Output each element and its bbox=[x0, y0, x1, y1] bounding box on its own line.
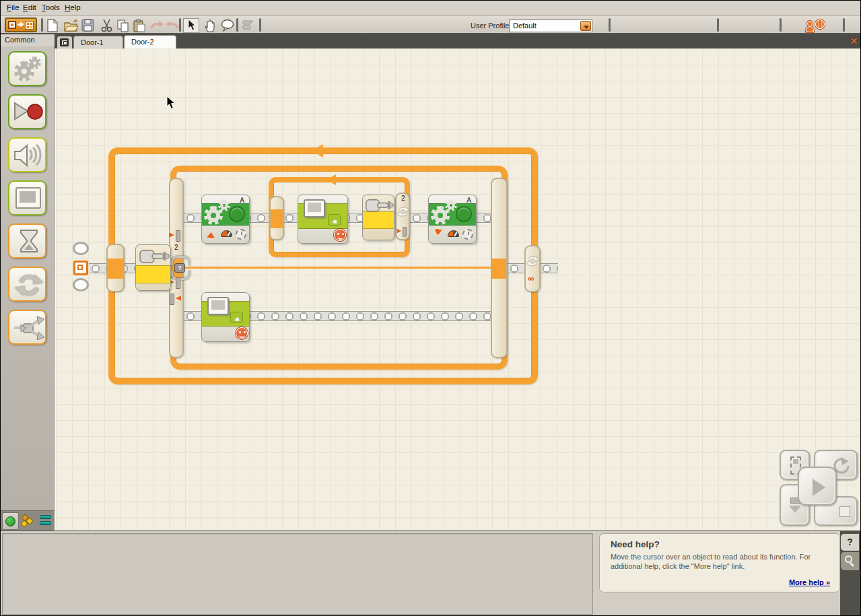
toolbar-separator bbox=[780, 18, 782, 32]
switch-end-bar[interactable] bbox=[491, 178, 508, 358]
save-icon[interactable] bbox=[81, 19, 96, 32]
search-tab[interactable] bbox=[841, 552, 859, 570]
nxt-window-button[interactable] bbox=[728, 18, 776, 33]
motor-backward-block[interactable]: A bbox=[428, 195, 477, 244]
wait-touch-block[interactable] bbox=[135, 244, 171, 291]
stop-square-icon bbox=[839, 506, 850, 517]
move-gears-icon-small bbox=[28, 57, 41, 69]
program-start-icon[interactable] bbox=[73, 261, 88, 275]
user-profile-dropdown[interactable]: Default bbox=[509, 20, 592, 32]
palette-switch-block[interactable] bbox=[8, 310, 46, 345]
play-triangle-icon bbox=[813, 479, 834, 496]
toolbar-separator bbox=[179, 18, 181, 32]
display-block-bottom[interactable] bbox=[201, 292, 250, 342]
palette-loop-block[interactable] bbox=[8, 267, 46, 302]
direction-down-arrow-icon bbox=[434, 228, 442, 239]
open-file-icon[interactable] bbox=[64, 19, 79, 32]
paste-icon[interactable] bbox=[133, 19, 147, 32]
more-help-link[interactable]: More help » bbox=[789, 578, 830, 586]
download-and-run-button[interactable] bbox=[798, 467, 837, 506]
pan-tool-icon[interactable] bbox=[205, 19, 219, 32]
display-image-chip-icon bbox=[328, 214, 341, 226]
wait-icon bbox=[15, 228, 42, 255]
palette-sound-block[interactable] bbox=[8, 137, 46, 172]
motor-port-label: A bbox=[240, 197, 244, 204]
close-icon[interactable]: ✕ bbox=[848, 36, 860, 47]
switch-port-label: 2 bbox=[174, 244, 178, 251]
help-title: Need help? bbox=[611, 539, 660, 549]
motor-circle-icon bbox=[456, 206, 472, 222]
toolbar-separator bbox=[259, 18, 261, 32]
palette-wait-block[interactable] bbox=[8, 224, 46, 259]
duration-clock-icon bbox=[462, 229, 473, 240]
palette-title: Common bbox=[1, 34, 55, 46]
motor-forward-block[interactable]: A bbox=[201, 195, 250, 244]
tab-door-2[interactable]: Door-2 bbox=[124, 35, 176, 48]
menu-tools[interactable]: Tools bbox=[40, 3, 62, 11]
nxt-g-application-window: File Edit Tools Help bbox=[0, 0, 861, 616]
touch-sensor-hand-icon bbox=[365, 198, 394, 217]
power-speedometer-icon bbox=[221, 230, 232, 237]
duration-clock-icon bbox=[236, 229, 246, 240]
direction-up-arrow-icon bbox=[207, 228, 215, 239]
block-palette-sidebar: Common bbox=[1, 34, 55, 531]
custom-palette-toggle[interactable] bbox=[37, 512, 54, 530]
palette-move-block[interactable] bbox=[8, 51, 46, 86]
display-block-inner[interactable] bbox=[298, 195, 348, 244]
dropdown-arrow-icon[interactable] bbox=[580, 21, 591, 31]
pointer-tool-icon[interactable] bbox=[187, 19, 202, 32]
comment-tool-icon[interactable] bbox=[221, 19, 236, 32]
beam-band bbox=[108, 259, 123, 279]
toolbar: User Profile: Default bbox=[1, 15, 861, 34]
beam-band bbox=[492, 259, 506, 279]
menu-edit[interactable]: Edit bbox=[21, 3, 38, 11]
display-monitor-icon bbox=[304, 199, 325, 217]
copy-icon[interactable] bbox=[116, 19, 131, 32]
mouse-cursor bbox=[166, 96, 176, 112]
toolbar-separator bbox=[717, 18, 719, 32]
bottom-panel: Need help? Move the cursor over an objec… bbox=[1, 531, 861, 616]
loop-arrows-icon bbox=[526, 254, 539, 268]
inner-loop-port-label: 2 bbox=[401, 195, 405, 202]
display-icon bbox=[15, 187, 41, 209]
switch-condition-symbol: ? bbox=[174, 263, 185, 273]
outer-loop-direction-arrow-icon bbox=[305, 144, 323, 158]
help-body-text: Move the cursor over an object to read a… bbox=[611, 553, 837, 571]
cut-icon[interactable] bbox=[100, 19, 115, 32]
complete-palette-toggle[interactable] bbox=[20, 512, 36, 530]
display-image-chip-icon bbox=[230, 312, 243, 323]
my-block-icon[interactable] bbox=[241, 19, 256, 32]
display-monitor-icon bbox=[207, 297, 229, 315]
motor-port-label: A bbox=[467, 197, 471, 204]
data-plug-out-icon[interactable] bbox=[168, 294, 181, 304]
power-speedometer-icon bbox=[448, 230, 459, 237]
inner-loop-start-bar[interactable] bbox=[269, 196, 284, 240]
profile-help-icon[interactable] bbox=[806, 20, 825, 32]
start-node-circle bbox=[73, 242, 89, 255]
menu-file[interactable]: File bbox=[5, 3, 22, 11]
palette-display-block[interactable] bbox=[8, 180, 46, 215]
data-plug-icon[interactable] bbox=[169, 230, 182, 240]
outer-loop-end-bar[interactable]: ∞ bbox=[524, 245, 541, 292]
inner-loop-touch-block[interactable] bbox=[362, 195, 394, 240]
redo-icon[interactable] bbox=[166, 19, 180, 32]
inner-loop-end-bar[interactable]: 2 bbox=[395, 193, 410, 240]
motor-circle-icon bbox=[229, 206, 245, 222]
undo-icon[interactable] bbox=[149, 19, 164, 32]
common-palette-toggle[interactable] bbox=[2, 512, 19, 530]
switch-condition-touch-icon[interactable]: ? bbox=[168, 256, 192, 279]
tab-door-1[interactable]: Door-1 bbox=[73, 36, 123, 48]
menu-help[interactable]: Help bbox=[63, 3, 83, 11]
new-file-icon[interactable] bbox=[46, 19, 61, 32]
help-card: Need help? Move the cursor over an objec… bbox=[599, 533, 840, 592]
nxt-controller-pad bbox=[778, 448, 859, 527]
nxt-logo-icon[interactable] bbox=[5, 18, 37, 32]
common-palette-icon bbox=[5, 516, 15, 526]
beam-band bbox=[271, 209, 283, 228]
help-tab[interactable]: ? bbox=[841, 534, 859, 551]
data-plug-icon[interactable] bbox=[397, 227, 409, 236]
data-plug-icon[interactable] bbox=[169, 277, 182, 287]
program-icon-tab[interactable] bbox=[57, 36, 72, 48]
palette-record-play-block[interactable] bbox=[8, 94, 46, 129]
outer-loop-start-bar[interactable] bbox=[106, 244, 125, 292]
